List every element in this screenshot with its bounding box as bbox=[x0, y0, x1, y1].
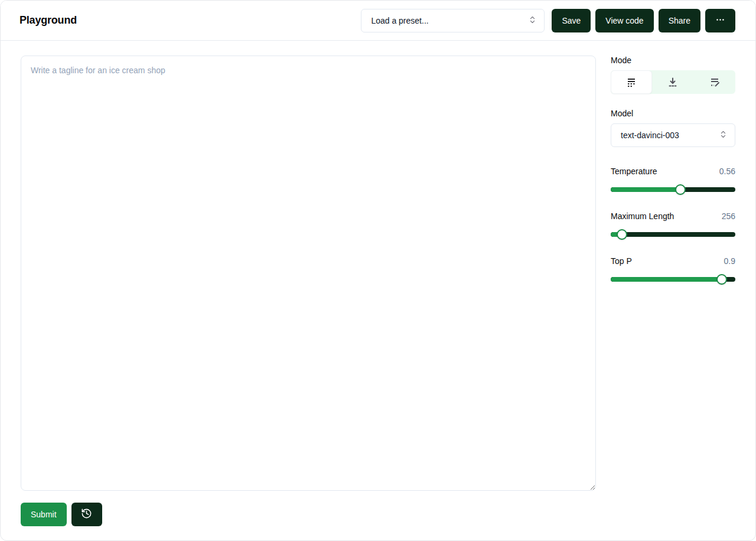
maximum-length-label: Maximum Length bbox=[611, 211, 674, 221]
edit-mode-icon bbox=[709, 76, 721, 88]
maximum-length-slider[interactable] bbox=[611, 229, 735, 240]
slider-thumb[interactable] bbox=[716, 274, 727, 285]
chevrons-up-down-icon bbox=[528, 15, 537, 26]
top-p-param: Top P 0.9 bbox=[611, 256, 735, 285]
header: Playground Load a preset... Save View co… bbox=[1, 1, 755, 41]
slider-fill bbox=[611, 187, 680, 192]
prompt-textarea[interactable] bbox=[21, 56, 596, 491]
history-icon bbox=[81, 508, 92, 521]
mode-toggle-group bbox=[611, 70, 735, 94]
slider-track bbox=[611, 232, 735, 237]
top-p-slider[interactable] bbox=[611, 274, 735, 285]
insert-mode-icon bbox=[667, 76, 679, 88]
model-block: Model text-davinci-003 bbox=[611, 109, 735, 147]
load-preset-placeholder: Load a preset... bbox=[371, 16, 528, 25]
slider-fill bbox=[611, 277, 722, 282]
top-p-row: Top P 0.9 bbox=[611, 256, 735, 266]
submit-button[interactable]: Submit bbox=[21, 503, 67, 526]
temperature-slider[interactable] bbox=[611, 184, 735, 195]
mode-complete-button[interactable] bbox=[611, 70, 652, 94]
load-preset-select[interactable]: Load a preset... bbox=[361, 9, 545, 32]
main-content: Mode bbox=[1, 41, 755, 491]
slider-track bbox=[611, 187, 735, 192]
temperature-param: Temperature 0.56 bbox=[611, 167, 735, 195]
temperature-label: Temperature bbox=[611, 167, 657, 176]
view-code-button[interactable]: View code bbox=[595, 9, 653, 32]
settings-sidebar: Mode bbox=[611, 56, 735, 491]
slider-thumb[interactable] bbox=[617, 229, 627, 240]
maximum-length-value: 256 bbox=[722, 211, 735, 221]
footer-actions: Submit bbox=[1, 491, 755, 541]
history-button[interactable] bbox=[71, 503, 102, 526]
page-title: Playground bbox=[19, 14, 77, 27]
maximum-length-row: Maximum Length 256 bbox=[611, 211, 735, 221]
header-actions: Load a preset... Save View code Share bbox=[361, 9, 735, 32]
model-select[interactable]: text-davinci-003 bbox=[611, 123, 735, 147]
model-selected-value: text-davinci-003 bbox=[621, 131, 719, 140]
mode-label: Mode bbox=[611, 56, 735, 65]
complete-mode-icon bbox=[625, 76, 637, 88]
maximum-length-param: Maximum Length 256 bbox=[611, 211, 735, 240]
share-button[interactable]: Share bbox=[659, 9, 700, 32]
chevrons-up-down-icon bbox=[719, 130, 728, 141]
slider-thumb[interactable] bbox=[675, 184, 686, 195]
top-p-value: 0.9 bbox=[724, 256, 735, 266]
mode-edit-button[interactable] bbox=[694, 70, 735, 94]
save-button[interactable]: Save bbox=[552, 9, 591, 32]
more-options-button[interactable] bbox=[705, 9, 735, 32]
playground-app: Playground Load a preset... Save View co… bbox=[0, 0, 756, 541]
temperature-row: Temperature 0.56 bbox=[611, 167, 735, 176]
ellipsis-icon bbox=[715, 15, 725, 27]
mode-insert-button[interactable] bbox=[652, 70, 693, 94]
model-label: Model bbox=[611, 109, 735, 118]
top-p-label: Top P bbox=[611, 256, 632, 266]
temperature-value: 0.56 bbox=[719, 167, 735, 176]
